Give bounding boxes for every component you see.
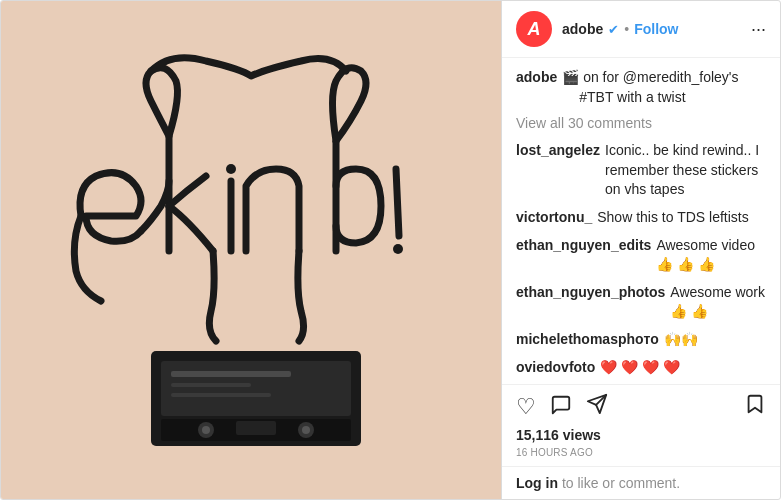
login-suffix: to like or comment. [558, 475, 680, 491]
comment-row: michelethomasphoто 🙌🙌 [516, 330, 766, 350]
more-options-icon[interactable]: ··· [743, 19, 766, 40]
comment-row: ethan_nguyen_photos Awesome work👍 👍 [516, 283, 766, 322]
caption-row: adobe 🎬 on for @meredith_foley's #TBT wi… [516, 68, 766, 107]
post-container: A adobe ✔ • Follow ··· adobe 🎬 on for @m… [0, 0, 781, 500]
post-actions: ♡ [502, 384, 780, 425]
view-comments-link[interactable]: View all 30 comments [516, 115, 766, 131]
comment-row: oviedovfoto ❤️ ❤️ ❤️ ❤️ [516, 358, 766, 378]
svg-rect-4 [171, 383, 251, 387]
post-content: A adobe ✔ • Follow ··· adobe 🎬 on for @m… [501, 1, 780, 499]
share-icon[interactable] [586, 393, 608, 421]
post-artwork [21, 21, 481, 481]
svg-point-8 [202, 426, 210, 434]
verified-icon: ✔ [608, 22, 619, 37]
svg-rect-11 [236, 421, 276, 435]
svg-point-10 [302, 426, 310, 434]
comment-text: 🙌🙌 [664, 330, 698, 350]
login-prompt: Log in to like or comment. [502, 466, 780, 499]
comments-list: lost_angelez Iconic.. be kind rewind.. I… [516, 141, 766, 384]
comment-row: victortonu_ Show this to TDS leftists [516, 208, 766, 228]
comment-text: Awesome work👍 👍 [670, 283, 766, 322]
comment-icon[interactable] [550, 394, 572, 421]
svg-rect-5 [171, 393, 271, 397]
svg-rect-2 [161, 361, 351, 416]
follow-button[interactable]: Follow [634, 21, 678, 37]
caption-username[interactable]: adobe [516, 68, 557, 107]
comment-username[interactable]: victortonu_ [516, 208, 592, 228]
avatar[interactable]: A [516, 11, 552, 47]
post-image [1, 1, 501, 500]
svg-point-0 [226, 164, 236, 174]
comment-text: Show this to TDS leftists [597, 208, 748, 228]
comment-username[interactable]: ethan_nguyen_edits [516, 236, 651, 275]
post-time: 16 HOURS AGO [502, 447, 780, 466]
svg-point-1 [393, 244, 403, 254]
login-link[interactable]: Log in [516, 475, 558, 491]
like-icon[interactable]: ♡ [516, 394, 536, 420]
caption-text: on for @meredith_foley's #TBT with a twi… [579, 68, 766, 107]
comment-username[interactable]: ethan_nguyen_photos [516, 283, 665, 322]
svg-rect-3 [171, 371, 291, 377]
comment-row: lost_angelez Iconic.. be kind rewind.. I… [516, 141, 766, 200]
dot-separator: • [624, 21, 629, 37]
post-header: A adobe ✔ • Follow ··· [502, 1, 780, 58]
comment-text: Iconic.. be kind rewind.. I remember the… [605, 141, 766, 200]
views-count: 15,116 views [502, 425, 780, 447]
comment-username[interactable]: lost_angelez [516, 141, 600, 200]
comment-text: ❤️ ❤️ ❤️ ❤️ [600, 358, 680, 378]
comment-username[interactable]: oviedovfoto [516, 358, 595, 378]
caption-emoji: 🎬 [562, 68, 579, 107]
header-info: adobe ✔ • Follow [562, 21, 743, 37]
comment-text: Awesome video 👍 👍 👍 [656, 236, 766, 275]
comments-area[interactable]: adobe 🎬 on for @meredith_foley's #TBT wi… [502, 58, 780, 384]
avatar-letter: A [528, 19, 541, 40]
username[interactable]: adobe [562, 21, 603, 37]
bookmark-icon[interactable] [744, 393, 766, 421]
comment-username[interactable]: michelethomasphoто [516, 330, 659, 350]
comment-row: ethan_nguyen_edits Awesome video 👍 👍 👍 [516, 236, 766, 275]
